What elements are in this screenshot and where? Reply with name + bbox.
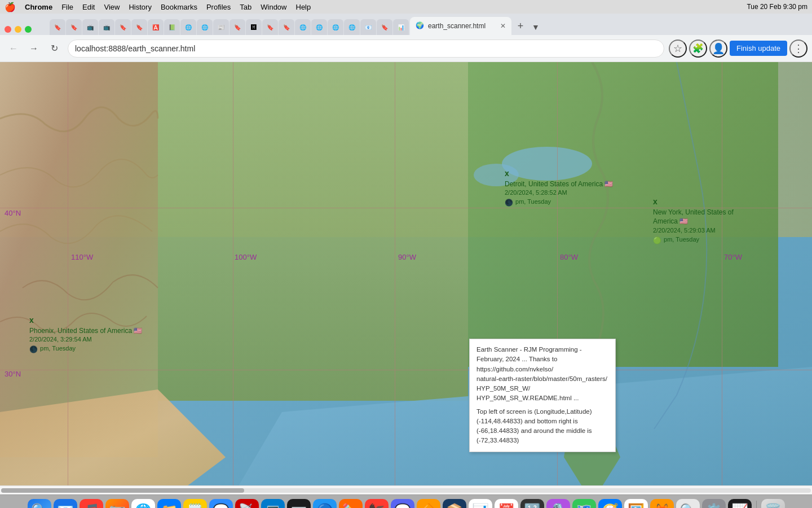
svg-rect-3 — [158, 62, 468, 401]
dock-photo[interactable]: 📷 — [105, 499, 129, 509]
scrollbar-track — [1, 488, 811, 493]
dock: 🔍 📧 🎵 📷 🌐 📁 🗒️ 💬 📡 💻 ⌨️ 🔵 ✏️ 🦅 💬 🔶 📦 📊 📅… — [0, 494, 812, 508]
dock-bbedit[interactable]: ✏️ — [339, 499, 363, 509]
extensions-button[interactable]: 🧩 — [689, 40, 707, 58]
newyork-x: x — [653, 196, 734, 208]
dock-files[interactable]: 📁 — [157, 499, 181, 509]
dock-sublime[interactable]: 🔶 — [417, 499, 440, 509]
dock-calendar[interactable]: 📅 — [495, 499, 518, 509]
grid-label-lat40: 40°N — [5, 209, 21, 217]
reload-button[interactable]: ↻ — [45, 40, 63, 58]
dock-safari[interactable]: 🧭 — [598, 499, 622, 509]
dock-zoom[interactable]: 💬 — [209, 499, 233, 509]
tab-title: earth_scanner.html — [428, 22, 486, 30]
dock-separator — [756, 501, 757, 509]
grid-label-lat30: 30°N — [5, 370, 21, 378]
menu-edit[interactable]: Edit — [82, 3, 95, 11]
grid-line-h2 — [0, 370, 812, 370]
dock-calculator[interactable]: 🔢 — [520, 499, 544, 509]
grid-line-v3 — [395, 62, 395, 485]
newyork-date: 2/20/2024, 5:29:03 AM — [653, 226, 734, 235]
newyork-sun-icon: 🟢 — [653, 236, 661, 244]
back-button[interactable]: ← — [5, 40, 23, 58]
dock-trash[interactable]: 🗑️ — [761, 499, 785, 509]
phoenix-date: 2/20/2024, 3:29:54 AM — [29, 335, 142, 344]
dock-notes[interactable]: 🗒️ — [183, 499, 207, 509]
toolbar: ← → ↻ localhost:8888/earth_scanner.html … — [0, 35, 812, 62]
finish-update-button[interactable]: Finish update — [730, 41, 787, 56]
menu-window[interactable]: Window — [261, 3, 286, 11]
dock-filezilla[interactable]: 📡 — [235, 499, 259, 509]
phoenix-name: Phoenix, United States of America 🇺🇸 — [29, 326, 142, 336]
toolbar-right: ☆ 🧩 👤 Finish update ⋮ — [669, 40, 807, 58]
grid-label-lon70: 70°W — [724, 253, 742, 261]
grid-line-v1 — [68, 62, 68, 485]
grid-line-v2 — [233, 62, 233, 485]
forward-button[interactable]: → — [25, 40, 43, 58]
menu-tab[interactable]: Tab — [240, 3, 251, 11]
tooltip-line1: Earth Scanner - RJM Programming - Februa… — [476, 345, 608, 404]
tab-close-icon[interactable]: ✕ — [500, 22, 506, 30]
dock-virtualbox[interactable]: 📦 — [443, 499, 466, 509]
tab-favicon: 🌍 — [416, 21, 425, 30]
traffic-lights — [5, 26, 50, 35]
phoenix-x: x — [29, 315, 142, 326]
minimize-button[interactable] — [15, 26, 21, 33]
menu-bookmarks[interactable]: Bookmarks — [161, 3, 197, 11]
profile-button[interactable]: 👤 — [709, 40, 727, 58]
dock-maps[interactable]: 🗺️ — [572, 499, 596, 509]
tooltip-line2: Top left of screen is (Longitude,Latitud… — [476, 407, 608, 446]
newyork-time: 🟢 pm, Tuesday — [653, 235, 734, 244]
newyork-name: New York, United States ofAmerica 🇺🇸 — [653, 208, 734, 227]
phoenix-marker: x Phoenix, United States of America 🇺🇸 2… — [29, 315, 142, 353]
tab-overflow[interactable]: ▼ — [532, 23, 540, 32]
dock-chrome[interactable]: 🌐 — [131, 499, 155, 509]
grid-label-lon110: 110°W — [71, 253, 93, 261]
new-tab-button[interactable]: + — [513, 18, 528, 34]
bookmark-star-button[interactable]: ☆ — [669, 40, 687, 58]
menu-view[interactable]: View — [104, 3, 120, 11]
dock-firefox[interactable]: 🦊 — [650, 499, 674, 509]
phoenix-moon-icon: 🌑 — [29, 345, 37, 353]
menu-file[interactable]: File — [61, 3, 73, 11]
dock-code[interactable]: 💻 — [261, 499, 285, 509]
dock-music[interactable]: 🎵 — [80, 499, 103, 509]
maximize-button[interactable] — [25, 26, 32, 33]
map-terrain — [0, 62, 812, 485]
dock-preview[interactable]: 🖼️ — [624, 499, 648, 509]
address-bar[interactable]: localhost:8888/earth_scanner.html — [68, 40, 664, 58]
menubar: 🍎 Chrome File Edit View History Bookmark… — [0, 0, 812, 14]
apple-menu[interactable]: 🍎 — [5, 2, 16, 12]
grid-label-lon100: 100°W — [235, 253, 257, 261]
menubar-right: Tue 20 Feb 9:30 pm — [747, 3, 807, 11]
more-options-button[interactable]: ⋮ — [789, 40, 807, 58]
active-tab[interactable]: 🌍 earth_scanner.html ✕ — [410, 17, 511, 35]
detroit-time: 🌑 pm, Tuesday — [505, 198, 613, 206]
detroit-date: 2/20/2024, 5:28:52 AM — [505, 189, 613, 197]
dock-podcast[interactable]: 🎙️ — [546, 499, 570, 509]
dock-settings[interactable]: ⚙️ — [702, 499, 726, 509]
dock-activity[interactable]: 📊 — [469, 499, 492, 509]
dock-spotlight[interactable]: 🔍 — [676, 499, 700, 509]
dock-istatmenus[interactable]: 📈 — [728, 499, 752, 509]
menu-help[interactable]: Help — [296, 3, 311, 11]
grid-label-lon90: 90°W — [398, 253, 416, 261]
dock-terminal[interactable]: ⌨️ — [287, 499, 311, 509]
menu-history[interactable]: History — [129, 3, 151, 11]
dock-swift[interactable]: 🦅 — [365, 499, 389, 509]
scrollbar-thumb[interactable] — [1, 488, 244, 493]
menu-chrome[interactable]: Chrome — [25, 3, 52, 11]
dock-finder[interactable]: 🔍 — [28, 499, 51, 509]
dock-discord[interactable]: 💬 — [391, 499, 414, 509]
grid-label-lon80: 80°W — [560, 253, 578, 261]
dock-vscodium[interactable]: 🔵 — [313, 499, 337, 509]
tab-bar: 🔖 🔖 📺 📺 🔖 🔖 🅰️ 📗 🌐 🌐 📰 🔖 🅼 🔖 🔖 🌐 🌐 🌐 � — [0, 14, 812, 35]
dock-mail[interactable]: 📧 — [54, 499, 77, 509]
scrollbar-area[interactable] — [0, 485, 812, 494]
menu-profiles[interactable]: Profiles — [206, 3, 231, 11]
menubar-time: Tue 20 Feb 9:30 pm — [747, 3, 807, 11]
phoenix-time: 🌑 pm, Tuesday — [29, 344, 142, 353]
close-button[interactable] — [5, 26, 11, 33]
grid-line-v5 — [722, 62, 722, 485]
map-container[interactable]: 40°N 30°N 110°W 100°W 90°W 80°W 70°W x D… — [0, 62, 812, 485]
